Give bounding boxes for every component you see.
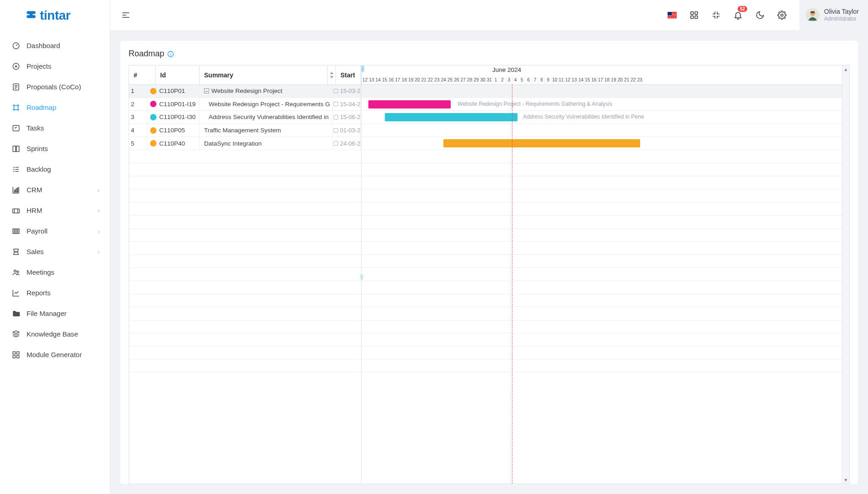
timeline-row[interactable] [361, 281, 842, 294]
sidebar-item-file-manager[interactable]: File Manager [0, 303, 110, 324]
timeline-row[interactable] [361, 307, 842, 320]
sidebar-item-payroll[interactable]: Payroll› [0, 221, 110, 241]
brand-logo[interactable]: tintar [0, 0, 110, 31]
table-row[interactable]: 5C110P40DataSync Integration24-06-2 [129, 137, 361, 150]
timeline-row[interactable] [361, 242, 842, 255]
topbar: 52 Olivia Taylor Administrator [110, 0, 868, 31]
gantt-bar[interactable] [385, 113, 518, 121]
notifications-bell-icon[interactable]: 52 [733, 11, 743, 20]
timeline-row[interactable] [361, 229, 842, 242]
checkbox-icon[interactable] [334, 102, 338, 106]
timeline-row[interactable] [361, 320, 842, 334]
sidebar-item-tasks[interactable]: Tasks [0, 118, 110, 138]
scroll-down-icon[interactable]: ▼ [842, 476, 849, 483]
gantt-bar[interactable] [368, 100, 451, 109]
info-icon[interactable] [167, 50, 174, 58]
sidebar-item-crm[interactable]: CRM› [0, 179, 110, 200]
table-row-empty [129, 320, 361, 334]
timeline-row[interactable]: Website Redesign Project - Requirements … [361, 98, 842, 111]
user-menu[interactable]: Olivia Taylor Administrator [799, 0, 868, 31]
dark-mode-icon[interactable] [755, 11, 765, 20]
day-cell: 9 [545, 75, 551, 84]
col-header-summary[interactable]: Summary [199, 65, 328, 84]
svg-rect-20 [17, 352, 19, 354]
chevron-right-icon[interactable]: › [362, 66, 364, 71]
gantt-bar[interactable] [443, 139, 640, 147]
timeline-row[interactable] [361, 124, 842, 137]
status-dot [150, 88, 156, 94]
timeline-row[interactable] [361, 202, 842, 216]
sidebar-item-projects[interactable]: Projects [0, 56, 110, 76]
checkbox-icon[interactable] [334, 89, 338, 93]
svg-point-27 [781, 14, 783, 16]
gantt-timeline-body[interactable]: Website Redesign Project - Requirements … [361, 85, 842, 483]
timeline-row[interactable] [361, 150, 842, 163]
sidebar-item-module-generator[interactable]: Module Generator [0, 344, 110, 365]
sidebar-item-knowledge-base[interactable]: Knowledge Base [0, 324, 110, 344]
scroll-up-icon[interactable]: ▲ [842, 65, 849, 73]
timeline-row[interactable] [361, 137, 842, 150]
sidebar-item-roadmap[interactable]: Roadmap [0, 97, 110, 118]
col-header-start[interactable]: Start [336, 65, 361, 84]
table-row[interactable]: 2C110P01-I19Website Redesign Project - R… [129, 98, 361, 111]
timeline-row[interactable] [361, 294, 842, 308]
sort-icon[interactable] [328, 65, 336, 84]
language-flag-icon[interactable] [668, 11, 677, 20]
collapse-tree-icon[interactable]: − [204, 88, 209, 93]
sidebar-item-meetings[interactable]: Meetings [0, 262, 110, 282]
timeline-nav-pill[interactable]: ‹ › [361, 65, 364, 72]
checkbox-icon[interactable] [334, 115, 338, 119]
day-cell: 16 [388, 75, 394, 84]
col-header-num[interactable]: # [129, 65, 156, 84]
timeline-row[interactable] [361, 359, 842, 373]
table-row[interactable]: 3C110P01-I30Address Security Vulnerabili… [129, 111, 361, 124]
svg-rect-7 [13, 125, 19, 131]
sidebar-item-backlog[interactable]: Backlog [0, 159, 110, 179]
timeline-row[interactable]: Address Security Vulnerabilities Identif… [361, 111, 842, 124]
apps-grid-icon[interactable] [690, 11, 699, 20]
timeline-row[interactable] [361, 268, 842, 281]
sidebar-item-label: Module Generator [27, 351, 82, 358]
sidebar-item-label: Dashboard [27, 42, 60, 49]
svg-rect-23 [691, 12, 694, 15]
main: 52 Olivia Taylor Administrator [110, 0, 868, 494]
sidebar-item-label: CRM [27, 186, 42, 194]
row-summary: Website Redesign Project - Requirements … [199, 98, 333, 111]
checkbox-icon[interactable] [334, 141, 338, 146]
sidebar-item-proposals-coco-[interactable]: Proposals (CoCo) [0, 76, 110, 97]
menu-toggle-icon[interactable] [121, 11, 130, 20]
sidebar-item-label: Meetings [27, 268, 54, 276]
col-header-id[interactable]: Id [156, 65, 199, 84]
timeline-row[interactable] [361, 216, 842, 229]
status-dot [150, 127, 156, 134]
timeline-row[interactable] [361, 190, 842, 203]
table-row[interactable]: 1C110P01−Website Redesign Project15-03-2 [129, 85, 361, 98]
sidebar-item-sprints[interactable]: Sprints [0, 138, 110, 159]
timeline-row[interactable] [361, 85, 842, 98]
svg-rect-12 [18, 187, 19, 192]
collapse-icon[interactable] [712, 11, 721, 20]
sidebar-item-label: Sprints [27, 145, 48, 152]
sidebar-item-hrm[interactable]: HRM› [0, 200, 110, 221]
settings-gear-icon[interactable] [777, 11, 787, 20]
sidebar-item-dashboard[interactable]: Dashboard [0, 35, 110, 56]
table-row[interactable]: 4C110P05Traffic Management System01-03-2 [129, 124, 361, 137]
timeline-row[interactable] [361, 333, 842, 347]
row-id: C110P01-I19 [147, 98, 199, 111]
checkbox-icon[interactable] [334, 128, 338, 133]
pane-splitter-icon[interactable] [361, 275, 363, 280]
day-cell: 18 [401, 75, 407, 84]
table-row-empty [129, 255, 361, 268]
timeline-row[interactable] [361, 347, 842, 360]
sidebar-item-label: File Manager [27, 309, 67, 317]
timeline-row[interactable] [361, 176, 842, 190]
sidebar-item-sales[interactable]: Sales› [0, 241, 110, 262]
sidebar: tintar DashboardProjectsProposals (CoCo)… [0, 0, 110, 494]
sidebar-item-reports[interactable]: Reports [0, 282, 110, 303]
timeline-row[interactable] [361, 255, 842, 268]
gantt-days-row: 1213141516171819202122232425262728293031… [361, 75, 842, 84]
timeline-row[interactable] [361, 163, 842, 177]
row-number: 2 [129, 98, 147, 111]
sidebar-item-label: Reports [27, 289, 51, 297]
vertical-scrollbar[interactable]: ▲ ▼ [842, 65, 849, 483]
